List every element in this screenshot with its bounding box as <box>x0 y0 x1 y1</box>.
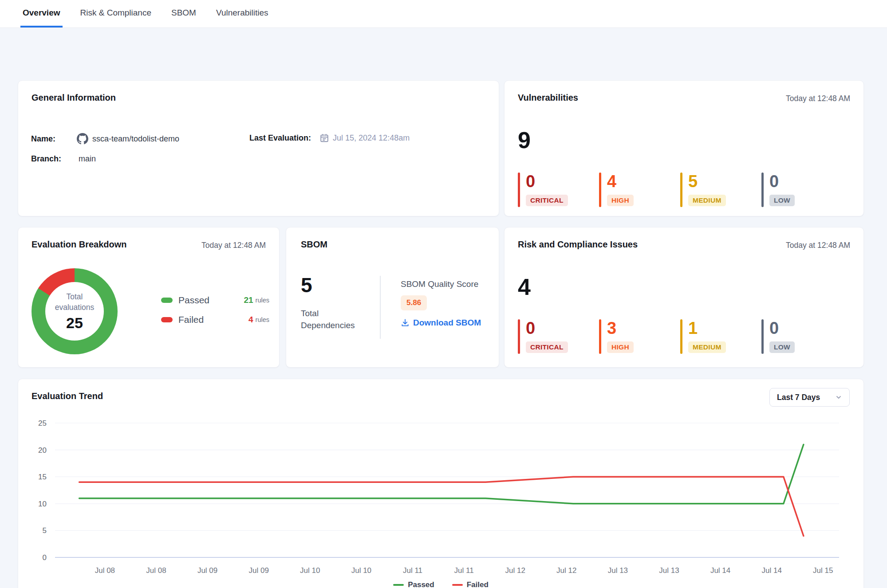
sbom-quality-score-value: 5.86 <box>401 295 427 310</box>
name-label: Name: <box>31 134 55 144</box>
severity-badge: MEDIUM <box>688 195 726 206</box>
severity-medium: 1 MEDIUM <box>680 319 761 354</box>
svg-text:20: 20 <box>38 446 47 455</box>
severity-count: 1 <box>688 319 726 337</box>
svg-text:10: 10 <box>38 500 47 508</box>
trend-line-chart: 0510152025Jul 08Jul 08Jul 09Jul 09Jul 10… <box>18 379 864 588</box>
tab-overview[interactable]: Overview <box>20 0 63 27</box>
severity-bar <box>518 319 520 354</box>
total-evaluations-count: 25 <box>66 314 83 332</box>
last-evaluation-value: Jul 15, 2024 12:48am <box>333 133 410 143</box>
severity-bar <box>761 319 764 354</box>
sbom-quality-score-label: SBOM Quality Score <box>401 279 481 289</box>
total-dependencies-label: Total Dependencies <box>301 308 355 331</box>
card-title: General Information <box>32 93 116 103</box>
severity-count: 0 <box>769 319 795 337</box>
severity-row: 0 CRITICAL 3 HIGH 1 MEDIUM 0 LOW <box>518 319 843 354</box>
severity-count: 5 <box>688 172 726 191</box>
tab-vulnerabilities[interactable]: Vulnerabilities <box>214 0 271 27</box>
repo-name: ssca-team/todolist-demo <box>92 134 179 144</box>
severity-count: 0 <box>526 172 568 191</box>
svg-text:Jul 09: Jul 09 <box>249 566 269 575</box>
svg-text:Jul 08: Jul 08 <box>146 566 166 575</box>
evaluation-breakdown-card: Evaluation Breakdown Today at 12:48 AM T… <box>18 227 280 368</box>
legend-item-passed[interactable]: Passed <box>393 580 434 588</box>
github-icon <box>77 133 88 145</box>
severity-high: 4 HIGH <box>599 172 680 207</box>
severity-badge: LOW <box>769 341 795 353</box>
passed-line-icon <box>393 584 404 586</box>
svg-text:Jul 12: Jul 12 <box>505 566 525 575</box>
severity-count: 4 <box>607 172 634 191</box>
severity-badge: HIGH <box>607 341 634 353</box>
severity-badge: LOW <box>769 195 795 206</box>
severity-bar <box>599 172 601 207</box>
divider <box>380 276 381 339</box>
svg-text:Jul 10: Jul 10 <box>351 566 371 575</box>
legend-count: 21 <box>244 295 253 305</box>
severity-badge: MEDIUM <box>688 341 726 353</box>
failed-pill-icon <box>161 317 173 322</box>
severity-medium: 5 MEDIUM <box>680 172 761 207</box>
passed-pill-icon <box>161 298 173 303</box>
severity-low: 0 LOW <box>761 319 843 354</box>
svg-text:Jul 12: Jul 12 <box>556 566 576 575</box>
legend-item-passed: Passed 21 rules <box>161 295 269 306</box>
svg-text:Jul 13: Jul 13 <box>659 566 679 575</box>
svg-text:Jul 14: Jul 14 <box>762 566 782 575</box>
svg-text:Jul 08: Jul 08 <box>95 566 115 575</box>
svg-text:Jul 11: Jul 11 <box>454 566 474 575</box>
download-icon <box>401 318 410 327</box>
severity-bar <box>680 172 682 207</box>
tab-bar: Overview Risk & Compliance SBOM Vulnerab… <box>0 0 887 28</box>
evaluations-donut-chart: Total evaluations 25 <box>32 268 118 354</box>
legend-unit: rules <box>256 316 269 323</box>
vulnerabilities-card: Vulnerabilities Today at 12:48 AM 9 0 CR… <box>504 80 864 216</box>
severity-bar <box>518 172 520 207</box>
donut-center-label: evaluations <box>55 302 95 313</box>
svg-text:25: 25 <box>38 419 47 427</box>
card-title: SBOM <box>301 239 327 250</box>
breakdown-legend: Passed 21 rules Failed 4 rules <box>161 295 269 325</box>
donut-center: Total evaluations 25 <box>45 282 104 341</box>
severity-bar <box>761 172 764 207</box>
svg-text:Jul 11: Jul 11 <box>403 566 422 575</box>
svg-text:5: 5 <box>43 526 47 535</box>
severity-bar <box>599 319 601 354</box>
timestamp: Today at 12:48 AM <box>786 94 850 103</box>
severity-count: 0 <box>526 319 568 337</box>
severity-badge: CRITICAL <box>526 195 568 206</box>
card-title: Evaluation Breakdown <box>32 239 127 250</box>
donut-center-label: Total <box>67 291 83 302</box>
svg-text:Jul 13: Jul 13 <box>608 566 628 575</box>
svg-text:Jul 15: Jul 15 <box>813 566 833 575</box>
tab-risk-compliance[interactable]: Risk & Compliance <box>78 0 154 27</box>
severity-critical: 0 CRITICAL <box>518 319 599 354</box>
download-sbom-link[interactable]: Download SBOM <box>401 318 481 328</box>
risk-compliance-card: Risk and Compliance Issues Today at 12:4… <box>504 227 864 368</box>
svg-text:Jul 09: Jul 09 <box>197 566 217 575</box>
legend-unit: rules <box>256 297 269 304</box>
legend-item-failed[interactable]: Failed <box>452 580 489 588</box>
legend-label: Passed <box>178 295 244 306</box>
svg-text:0: 0 <box>43 553 47 562</box>
general-information-card: General Information Name: ssca-team/todo… <box>18 80 499 216</box>
card-title: Risk and Compliance Issues <box>518 239 638 250</box>
svg-text:15: 15 <box>38 473 47 481</box>
risk-issues-total: 4 <box>518 274 531 300</box>
severity-low: 0 LOW <box>761 172 843 207</box>
card-title: Vulnerabilities <box>518 93 578 103</box>
svg-text:Jul 10: Jul 10 <box>300 566 320 575</box>
tab-sbom[interactable]: SBOM <box>169 0 198 27</box>
sbom-card: SBOM 5 Total Dependencies SBOM Quality S… <box>286 227 499 368</box>
total-dependencies-count: 5 <box>301 273 312 297</box>
trend-chart-legend: Passed Failed <box>18 580 863 588</box>
evaluation-trend-card: Evaluation Trend Last 7 Days 0510152025J… <box>18 379 864 588</box>
severity-count: 3 <box>607 319 634 337</box>
svg-text:Jul 14: Jul 14 <box>710 566 730 575</box>
severity-high: 3 HIGH <box>599 319 680 354</box>
branch-value: main <box>79 154 96 164</box>
timestamp: Today at 12:48 AM <box>786 241 850 250</box>
legend-item-failed: Failed 4 rules <box>161 314 269 325</box>
severity-row: 0 CRITICAL 4 HIGH 5 MEDIUM 0 LOW <box>518 172 843 207</box>
